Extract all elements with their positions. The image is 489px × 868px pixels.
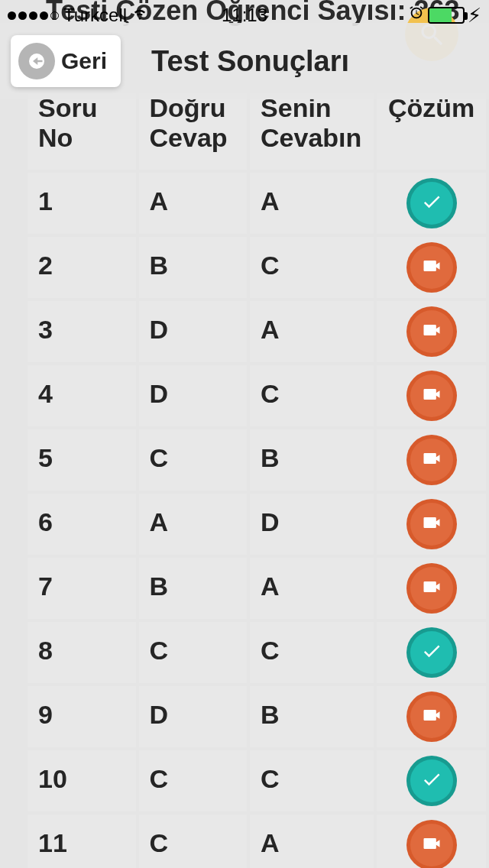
cell-solution [377,558,486,619]
video-icon [421,831,442,860]
cell-your-answer: C [250,750,374,811]
carrier-label: Turkcell [63,5,127,26]
table-row: 10CC [28,750,486,811]
cell-your-answer: A [250,173,374,234]
status-left: Turkcell [8,5,148,26]
cell-solution [377,750,486,811]
back-button-label: Geri [61,48,107,74]
cell-your-answer: B [250,429,374,491]
table-row: 1AA [28,173,486,234]
video-icon [421,510,442,539]
wifi-icon [131,5,148,26]
cell-correct-answer: D [139,365,248,426]
cell-your-answer: B [250,686,374,747]
cell-your-answer: A [250,301,374,362]
cell-correct-answer: A [139,494,248,555]
cell-question-no: 9 [28,686,136,747]
back-button[interactable]: Geri [11,35,121,87]
table-row: 11CA [28,815,486,868]
results-table-container: Soru No Doğru Cevap Senin Cevabın Çözüm … [24,90,489,868]
cell-question-no: 3 [28,301,136,362]
page-title: Test Sonuçları [151,45,349,78]
cell-solution [377,494,486,555]
results-table: Soru No Doğru Cevap Senin Cevabın Çözüm … [24,90,489,868]
table-row: 8CC [28,622,486,683]
cell-solution [377,173,486,234]
cell-your-answer: C [250,622,374,683]
cell-correct-answer: D [139,301,248,362]
cell-correct-answer: B [139,558,248,619]
video-icon [421,381,442,411]
table-row: 7BA [28,558,486,619]
cell-correct-answer: C [139,622,248,683]
cell-correct-answer: D [139,686,248,747]
charging-icon: ⚡︎ [468,4,481,28]
cell-question-no: 10 [28,750,136,811]
signal-strength-icon [8,11,59,20]
cell-correct-answer: C [139,750,248,811]
cell-correct-answer: C [139,815,248,868]
check-icon [421,638,442,668]
cell-correct-answer: B [139,237,248,298]
correct-badge-button[interactable] [410,760,453,802]
cell-question-no: 6 [28,494,136,555]
cell-your-answer: C [250,237,374,298]
cell-solution [377,301,486,362]
table-row: 4DC [28,365,486,426]
cell-your-answer: A [250,558,374,619]
video-icon [421,317,442,347]
cell-your-answer: C [250,365,374,426]
video-solution-button[interactable] [410,824,453,866]
cell-your-answer: A [250,815,374,868]
video-solution-button[interactable] [410,246,453,289]
cell-solution [377,622,486,683]
video-icon [421,702,442,732]
col-header-yours: Senin Cevabın [250,93,374,170]
video-solution-button[interactable] [410,695,453,738]
cell-question-no: 1 [28,173,136,234]
table-row: 5CB [28,429,486,491]
col-header-correct: Doğru Cevap [139,93,248,170]
col-header-no: Soru No [28,93,136,170]
status-right: ⚡︎ [408,4,481,28]
video-solution-button[interactable] [410,439,453,481]
check-icon [421,766,442,796]
correct-badge-button[interactable] [410,631,453,674]
video-solution-button[interactable] [410,503,453,546]
table-row: 2BC [28,237,486,298]
video-solution-button[interactable] [410,374,453,417]
cell-question-no: 7 [28,558,136,619]
correct-badge-button[interactable] [410,182,453,225]
cell-correct-answer: A [139,173,248,234]
table-row: 9DB [28,686,486,747]
cell-correct-answer: C [139,429,248,491]
status-bar: Turkcell 11:13 ⚡︎ [0,0,489,31]
video-icon [421,574,442,604]
cell-solution [377,429,486,491]
cell-question-no: 11 [28,815,136,868]
video-solution-button[interactable] [410,567,453,610]
cell-solution [377,815,486,868]
cell-solution [377,365,486,426]
cell-your-answer: D [250,494,374,555]
cell-question-no: 8 [28,622,136,683]
video-solution-button[interactable] [410,310,453,353]
table-row: 3DA [28,301,486,362]
back-arrow-icon [18,43,55,79]
cell-solution [377,237,486,298]
cell-question-no: 5 [28,429,136,491]
cell-question-no: 4 [28,365,136,426]
alarm-icon [408,5,425,26]
check-icon [421,189,442,219]
cell-solution [377,686,486,747]
video-icon [421,445,442,475]
cell-question-no: 2 [28,237,136,298]
battery-icon [428,7,465,24]
col-header-solution: Çözüm [377,93,486,170]
table-row: 6AD [28,494,486,555]
overlay-header: Geri Test Sonuçları [0,23,489,99]
video-icon [421,253,442,283]
status-time: 11:13 [222,5,267,26]
